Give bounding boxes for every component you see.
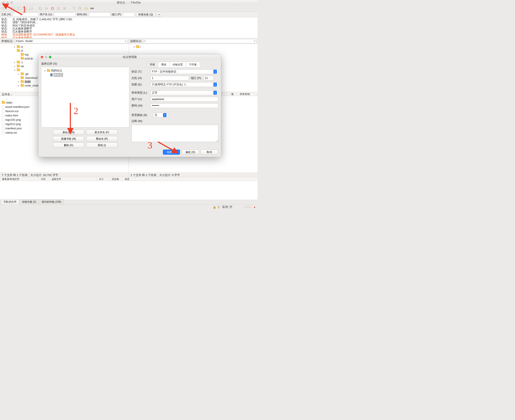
- disconnect-icon[interactable]: [56, 6, 61, 11]
- cancel-icon[interactable]: [50, 6, 55, 11]
- remote-site-label: 远程站点:: [130, 39, 142, 43]
- bgcolor-select[interactable]: 无▲▼: [153, 113, 168, 118]
- queue-col[interactable]: 方向: [39, 177, 50, 181]
- toggle-queue-icon[interactable]: [28, 6, 34, 11]
- protocol-select[interactable]: FTP - 文件传输协议▲▼: [150, 69, 218, 74]
- bottom-tabs: 列队的文件传输失败 (2)成功的传输 (209): [0, 200, 257, 205]
- folder-icon: [21, 80, 24, 83]
- username-input[interactable]: [54, 13, 75, 17]
- server-icon: [50, 73, 52, 76]
- col-modified[interactable]: 最: [230, 92, 238, 96]
- folder-icon: [47, 69, 50, 72]
- dialog-tab[interactable]: 字符集: [186, 62, 200, 68]
- encryption-select[interactable]: 只使用明文 FTP (不安全) ⚠▲▼: [150, 82, 218, 87]
- password-label: 密码 (W):: [131, 104, 149, 108]
- dialog-tab[interactable]: 高级: [158, 62, 170, 68]
- remote-site-input[interactable]: /▾: [143, 39, 256, 43]
- site-tree[interactable]: ▾我的站点 新站点: [41, 67, 129, 128]
- site-action-button[interactable]: 新建书签 (M): [53, 136, 84, 141]
- tree-item[interactable]: ct: [0, 49, 129, 52]
- host-input[interactable]: [13, 13, 38, 17]
- watermark-dot: ●: [254, 205, 255, 209]
- logon-type-label: 登录类型 (L):: [131, 91, 149, 95]
- site-action-button[interactable]: 重命名 (R): [86, 136, 118, 141]
- cancel-button[interactable]: 取消: [201, 150, 218, 155]
- log-line: 状态:读取" /"的目录列表...: [1, 21, 256, 24]
- port-input[interactable]: [123, 13, 135, 17]
- folder-icon: [17, 69, 20, 71]
- file-icon: [2, 127, 4, 130]
- svg-point-17: [90, 8, 92, 9]
- site-action-button[interactable]: 新文件夹 (F): [86, 130, 118, 135]
- toggle-log-icon[interactable]: [10, 6, 15, 11]
- bottom-tab[interactable]: 列队的文件: [1, 199, 19, 204]
- queue-col[interactable]: 服务器/本地文件: [0, 177, 39, 181]
- ok-button[interactable]: 确定 (O): [182, 150, 199, 155]
- svg-line-14: [81, 9, 82, 10]
- local-summary: 7 个文件 和 1 个目录。大小总计: 20,702 字节: [0, 173, 129, 177]
- password-field[interactable]: [150, 103, 218, 108]
- dialog-title: 站点管理器: [38, 55, 221, 59]
- user-field[interactable]: [150, 97, 218, 102]
- tree-item[interactable]: ▾/: [129, 45, 257, 49]
- status-bar: 🔒 ⇅ 队列: 空 CSDN ●: [0, 205, 257, 209]
- tree-item[interactable]: ▸ ct: [0, 45, 129, 49]
- tree-root[interactable]: ▾我的站点: [43, 68, 128, 73]
- site-manager-icon[interactable]: [1, 6, 6, 11]
- quick-connect-button[interactable]: 快速连接 (Q): [136, 12, 156, 17]
- queue-col[interactable]: 优先级: [110, 177, 123, 181]
- message-log[interactable]: 状态:文 传输成功，传输了 2,448,452 字节 (用时 3 秒)状态:读取…: [0, 17, 257, 38]
- bgcolor-label: 背景颜色 (B): [131, 113, 151, 117]
- logon-type-select[interactable]: 正常▲▼: [150, 90, 218, 95]
- dialog-tab[interactable]: 传输设置: [169, 62, 186, 68]
- tree-site-item[interactable]: 新站点: [43, 73, 128, 77]
- svg-rect-8: [29, 7, 33, 10]
- svg-rect-16: [87, 8, 88, 9]
- queue-status: 队列: 空: [223, 205, 232, 209]
- queue-col[interactable]: 远程文件: [50, 177, 97, 181]
- quick-connect-history-button[interactable]: ▾: [157, 12, 161, 17]
- process-queue-icon[interactable]: [44, 6, 49, 11]
- quick-connect-bar: 主机 (H): 用户名 (U): 密码 (W): 端口 (P): 快速连接 (Q…: [0, 12, 257, 17]
- bottom-tab[interactable]: 成功的传输 (209): [39, 199, 64, 204]
- file-icon: [2, 122, 4, 125]
- queue-col[interactable]: 状态: [123, 177, 135, 181]
- user-label: 用户名 (U):: [40, 13, 52, 16]
- site-path-bar: 本地站点: /Users ./build/▾ 远程站点: /▾: [0, 38, 257, 44]
- toolbar: [0, 5, 257, 12]
- folder-icon: [17, 49, 20, 52]
- pass-label: 密码 (W):: [77, 13, 88, 16]
- svg-rect-15: [84, 8, 86, 9]
- queue-body[interactable]: [0, 181, 257, 200]
- encryption-label: 加密 (E):: [131, 83, 149, 87]
- port-label: 端口 (P):: [191, 76, 202, 80]
- port-field[interactable]: [203, 76, 214, 81]
- refresh-icon[interactable]: [38, 6, 43, 11]
- site-action-button[interactable]: 新站点 (N): [53, 130, 84, 135]
- queue-col[interactable]: 大小: [97, 177, 110, 181]
- connect-button[interactable]: 连接 (C): [163, 150, 180, 155]
- log-line: 状态:文 传输成功，传输了 2,448,452 字节 (用时 3 秒): [1, 18, 256, 21]
- folder-icon: [17, 45, 20, 48]
- password-input[interactable]: [89, 13, 110, 17]
- col-owner[interactable]: 所有者/组: [238, 92, 257, 96]
- toggle-local-tree-icon[interactable]: [16, 6, 22, 11]
- transfer-icon: ⇅: [217, 205, 220, 209]
- dialog-tab[interactable]: 常规: [147, 62, 158, 68]
- host-field[interactable]: [150, 76, 189, 81]
- dialog-titlebar: 站点管理器: [38, 54, 221, 60]
- bottom-tab[interactable]: 传输失败 (2): [19, 199, 39, 204]
- find-icon[interactable]: [90, 6, 95, 11]
- compare-icon[interactable]: [83, 6, 89, 11]
- toggle-remote-tree-icon[interactable]: [22, 6, 28, 11]
- protocol-label: 协议 (T):: [131, 70, 149, 74]
- search-icon[interactable]: [77, 6, 82, 11]
- site-action-button[interactable]: 复制 (I): [86, 143, 118, 148]
- log-line: 状态:已从服务器断开: [1, 27, 256, 30]
- site-action-button[interactable]: 删除 (D): [53, 143, 84, 148]
- filter-icon[interactable]: [71, 6, 77, 11]
- log-line: 状态:已从服务器断开: [1, 30, 256, 33]
- comment-field[interactable]: [131, 125, 218, 142]
- reconnect-icon[interactable]: [62, 6, 67, 11]
- local-site-input[interactable]: /Users ./build/▾: [15, 39, 127, 43]
